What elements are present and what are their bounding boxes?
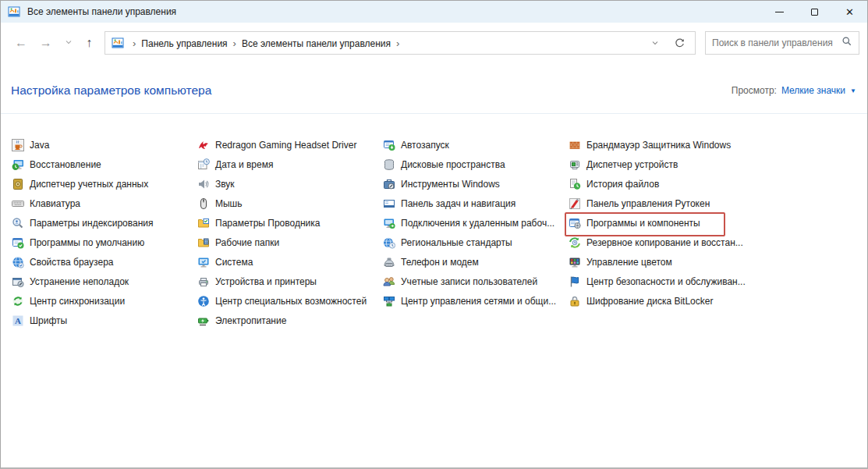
control-panel-item[interactable]: Центр синхронизации [12, 291, 197, 311]
item-label: Центр безопасности и обслуживан... [586, 276, 746, 287]
sync-center-icon [12, 295, 24, 307]
control-panel-item[interactable]: Инструменты Windows [383, 174, 569, 194]
item-label: Шрифты [30, 315, 67, 326]
control-panel-item[interactable]: Управление цветом [569, 252, 858, 272]
control-panel-item[interactable]: Панель управления Рутокен [569, 194, 858, 213]
item-label: Подключения к удаленным рабоч... [401, 218, 554, 229]
breadcrumb-separator: › [133, 37, 136, 49]
control-panel-item[interactable]: Автозапуск [383, 135, 569, 155]
control-panel-item[interactable]: Диспетчер устройств [569, 155, 858, 174]
control-panel-item[interactable]: Резервное копирование и восстан... [569, 233, 858, 252]
item-label: Устройства и принтеры [215, 276, 317, 287]
control-panel-window: Все элементы панели управления ✕ ← → ↑ ›… [0, 0, 868, 469]
remote-desktop-icon [383, 217, 395, 229]
control-panel-item[interactable]: Программы и компоненты [569, 213, 858, 233]
control-panel-item[interactable]: Устранение неполадок [12, 272, 197, 291]
search-input[interactable]: Поиск в панели управления [705, 31, 859, 55]
breadcrumb: Панель управления›Все элементы панели уп… [141, 36, 405, 50]
breadcrumb-separator[interactable]: › [233, 37, 236, 49]
maximize-button[interactable] [797, 1, 832, 23]
breadcrumb-item[interactable]: Все элементы панели управления [242, 38, 391, 49]
credential-manager-icon [12, 178, 24, 190]
view-dropdown-caret-icon[interactable]: ▼ [850, 87, 856, 94]
search-placeholder: Поиск в панели управления [712, 37, 841, 48]
control-panel-item[interactable]: Рабочие папки [197, 233, 383, 252]
control-panel-item[interactable]: Центр безопасности и обслуживан... [569, 272, 858, 291]
control-panel-item[interactable]: Устройства и принтеры [197, 272, 383, 291]
control-panel-item[interactable]: Брандмауэр Защитника Windows [569, 135, 858, 155]
control-panel-item[interactable]: Параметры Проводника [197, 213, 383, 233]
recent-locations-chevron-icon[interactable] [64, 37, 73, 49]
address-bar[interactable]: › Панель управления›Все элементы панели … [105, 31, 696, 55]
control-panel-item[interactable]: Шифрование диска BitLocker [569, 291, 858, 311]
control-panel-item[interactable]: Мышь [197, 194, 383, 213]
item-label: Дата и время [215, 159, 273, 170]
control-panel-item[interactable]: Подключения к удаленным рабоч... [383, 213, 569, 233]
control-panel-icon [112, 37, 124, 49]
address-dropdown-chevron-icon[interactable] [650, 38, 660, 48]
refresh-icon[interactable] [674, 37, 686, 49]
items-column: Брандмауэр Защитника WindowsДиспетчер ус… [569, 135, 858, 330]
control-panel-item[interactable]: Redragon Gaming Headset Driver [197, 135, 383, 155]
breadcrumb-separator[interactable]: › [396, 37, 399, 49]
item-label: Программы и компоненты [586, 218, 700, 229]
mouse-icon [197, 197, 210, 210]
control-panel-item[interactable]: История файлов [569, 174, 858, 194]
navigation-toolbar: ← → ↑ › Панель управления›Все элементы п… [1, 23, 867, 63]
backup-restore-icon [569, 236, 581, 249]
region-icon [383, 236, 395, 249]
control-panel-item[interactable]: Клавиатура [12, 194, 197, 213]
back-button-icon[interactable]: ← [15, 37, 27, 49]
forward-button-icon[interactable]: → [40, 37, 52, 49]
control-panel-item[interactable]: Java [12, 135, 197, 155]
item-label: Клавиатура [30, 198, 80, 209]
control-panel-item[interactable]: Диспетчер учетных данных [12, 174, 197, 194]
item-label: Шифрование диска BitLocker [586, 296, 713, 307]
nav-arrows: ← → ↑ [1, 37, 105, 49]
keyboard-icon [12, 197, 24, 210]
control-panel-item[interactable]: AШрифты [12, 311, 197, 330]
sound-icon [197, 178, 210, 190]
devices-printers-icon [197, 275, 210, 288]
control-panel-item[interactable]: Программы по умолчанию [12, 233, 197, 252]
work-folders-icon [197, 236, 210, 249]
autoplay-icon [383, 139, 395, 151]
control-panel-item[interactable]: Звук [197, 174, 383, 194]
control-panel-icon [8, 5, 20, 18]
control-panel-item[interactable]: Учетные записи пользователей [383, 272, 569, 291]
view-by-dropdown[interactable]: Мелкие значки [781, 85, 845, 96]
item-label: Redragon Gaming Headset Driver [215, 140, 356, 151]
default-programs-icon [12, 236, 24, 249]
control-panel-item[interactable]: Система [197, 252, 383, 272]
item-label: Звук [215, 179, 235, 190]
up-button-icon[interactable]: ↑ [86, 37, 92, 49]
item-label: Инструменты Windows [401, 179, 500, 190]
item-label: Центр специальных возможностей [215, 296, 367, 307]
control-panel-item[interactable]: Электропитание [197, 311, 383, 330]
control-panel-item[interactable]: Панель задач и навигация [383, 194, 569, 213]
control-panel-item[interactable]: Свойства браузера [12, 252, 197, 272]
control-panel-items: JavaВосстановлениеДиспетчер учетных данн… [1, 114, 867, 330]
control-panel-item[interactable]: Дисковые пространства [383, 155, 569, 174]
control-panel-item[interactable]: Центр специальных возможностей [197, 291, 383, 311]
control-panel-item[interactable]: Параметры индексирования [12, 213, 197, 233]
search-icon[interactable] [841, 36, 852, 50]
window-title: Все элементы панели управления [27, 6, 176, 17]
phone-modem-icon [383, 256, 395, 268]
items-column: Redragon Gaming Headset DriverДата и вре… [197, 135, 383, 330]
redragon-icon [197, 139, 210, 151]
breadcrumb-item[interactable]: Панель управления [141, 38, 227, 49]
minimize-icon [775, 12, 784, 12]
control-panel-item[interactable]: Телефон и модем [383, 252, 569, 272]
programs-features-icon [569, 217, 581, 229]
control-panel-item[interactable]: Восстановление [12, 155, 197, 174]
items-column: АвтозапускДисковые пространстваИнструмен… [383, 135, 569, 330]
item-label: Автозапуск [401, 140, 449, 151]
minimize-button[interactable] [762, 1, 797, 23]
control-panel-item[interactable]: Региональные стандарты [383, 233, 569, 252]
control-panel-item[interactable]: Дата и время [197, 155, 383, 174]
item-label: Свойства браузера [30, 257, 114, 268]
close-button[interactable]: ✕ [832, 1, 867, 23]
control-panel-item[interactable]: Центр управления сетями и общи... [383, 291, 569, 311]
windows-firewall-icon [569, 139, 581, 151]
